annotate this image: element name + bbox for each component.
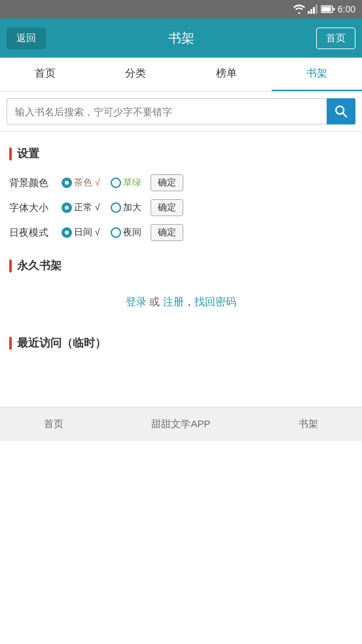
svg-line-8 bbox=[343, 113, 347, 117]
back-button[interactable]: 返回 bbox=[7, 28, 46, 49]
login-area: 登录 或 注册，找回密码 bbox=[9, 282, 353, 322]
bgcolor-option-tea[interactable]: 茶色 √ bbox=[62, 177, 100, 189]
svg-rect-1 bbox=[310, 9, 312, 14]
permanent-shelf-title: 永久书架 bbox=[9, 258, 353, 273]
comma-text: ， bbox=[184, 296, 194, 307]
tab-category[interactable]: 分类 bbox=[90, 58, 181, 91]
radio-day-label: 日间 √ bbox=[74, 227, 100, 238]
tab-rank[interactable]: 榜单 bbox=[181, 58, 272, 91]
bgcolor-options: 茶色 √ 草绿 确定 bbox=[62, 174, 353, 191]
radio-tea bbox=[62, 178, 72, 188]
radio-normal bbox=[62, 202, 72, 213]
settings-row-fontsize: 字体大小 正常 √ 加大 确定 bbox=[9, 195, 353, 220]
fontsize-option-large[interactable]: 加大 bbox=[111, 202, 141, 214]
search-button[interactable] bbox=[327, 98, 355, 124]
fontsize-label: 字体大小 bbox=[9, 202, 62, 214]
section-bar-recent bbox=[9, 337, 12, 350]
section-bar-settings bbox=[9, 147, 12, 161]
radio-night bbox=[111, 227, 121, 238]
footer-app[interactable]: 甜甜文学APP bbox=[151, 418, 210, 430]
nav-tabs: 首页 分类 榜单 书架 bbox=[0, 58, 362, 92]
fontsize-confirm-btn[interactable]: 确定 bbox=[151, 199, 183, 216]
battery-icon bbox=[321, 5, 335, 13]
tab-bookshelf[interactable]: 书架 bbox=[272, 58, 362, 91]
tab-home[interactable]: 首页 bbox=[0, 58, 90, 91]
search-bar bbox=[0, 92, 362, 132]
search-input[interactable] bbox=[7, 98, 327, 124]
svg-rect-0 bbox=[308, 11, 310, 14]
mode-options: 日间 √ 夜间 确定 bbox=[62, 224, 353, 241]
status-time: 6:00 bbox=[338, 4, 355, 14]
mode-option-day[interactable]: 日间 √ bbox=[62, 227, 100, 238]
radio-grass-label: 草绿 bbox=[123, 177, 141, 189]
radio-large bbox=[111, 202, 121, 213]
status-bar: 6:00 bbox=[0, 0, 362, 18]
section-bar-shelf bbox=[9, 259, 12, 273]
svg-rect-3 bbox=[316, 5, 317, 14]
footer-home[interactable]: 首页 bbox=[44, 418, 63, 430]
main-content: 设置 背景颜色 茶色 √ 草绿 确定 字体大小 bbox=[0, 132, 362, 366]
radio-night-label: 夜间 bbox=[123, 227, 141, 238]
recent-label: 最近访问（临时） bbox=[17, 335, 106, 350]
recent-visit-title: 最近访问（临时） bbox=[9, 335, 353, 350]
svg-rect-5 bbox=[321, 7, 331, 12]
or-text: 或 bbox=[147, 296, 163, 307]
bgcolor-confirm-btn[interactable]: 确定 bbox=[151, 174, 183, 191]
fontsize-option-normal[interactable]: 正常 √ bbox=[62, 202, 100, 214]
bgcolor-option-grass[interactable]: 草绿 bbox=[111, 177, 141, 189]
settings-row-bgcolor: 背景颜色 茶色 √ 草绿 确定 bbox=[9, 170, 353, 195]
footer: 首页 甜甜文学APP 书架 bbox=[0, 407, 362, 441]
radio-normal-label: 正常 √ bbox=[74, 202, 100, 214]
settings-label: 设置 bbox=[17, 146, 39, 161]
login-link[interactable]: 登录 bbox=[126, 296, 147, 307]
settings-section-title: 设置 bbox=[9, 146, 353, 161]
radio-day bbox=[62, 227, 72, 238]
settings-row-mode: 日夜模式 日间 √ 夜间 确定 bbox=[9, 220, 353, 245]
register-link[interactable]: 注册 bbox=[163, 296, 184, 307]
forgot-password-link[interactable]: 找回密码 bbox=[194, 296, 236, 307]
header: 返回 书架 首页 bbox=[0, 18, 362, 58]
svg-rect-2 bbox=[313, 7, 315, 14]
header-title: 书架 bbox=[46, 29, 316, 47]
mode-confirm-btn[interactable]: 确定 bbox=[151, 224, 183, 241]
mode-label: 日夜模式 bbox=[9, 227, 62, 239]
signal-icon bbox=[308, 5, 318, 14]
shelf-label: 永久书架 bbox=[17, 258, 62, 273]
bgcolor-label: 背景颜色 bbox=[9, 177, 62, 189]
footer-bookshelf[interactable]: 书架 bbox=[299, 418, 318, 430]
search-icon bbox=[334, 104, 348, 119]
svg-rect-6 bbox=[333, 8, 335, 10]
radio-tea-label: 茶色 √ bbox=[74, 177, 100, 189]
fontsize-options: 正常 √ 加大 确定 bbox=[62, 199, 353, 216]
settings-table: 背景颜色 茶色 √ 草绿 确定 字体大小 正常 √ bbox=[9, 170, 353, 245]
status-icons: 6:00 bbox=[293, 4, 355, 14]
radio-large-label: 加大 bbox=[123, 202, 141, 214]
wifi-icon bbox=[293, 5, 305, 14]
home-button[interactable]: 首页 bbox=[316, 28, 355, 49]
radio-grass bbox=[111, 178, 121, 188]
mode-option-night[interactable]: 夜间 bbox=[111, 227, 141, 238]
